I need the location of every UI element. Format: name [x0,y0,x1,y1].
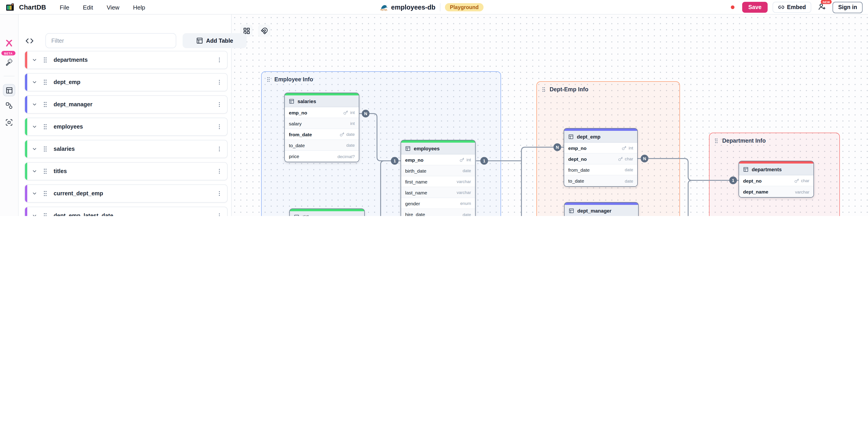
table-header[interactable]: salaries [285,95,359,107]
field-name: birth_date [405,168,426,173]
chevron-down-icon[interactable] [32,57,37,63]
table-menu-icon[interactable] [216,213,223,216]
field-type: date [346,143,355,148]
area-label: Department Info [722,137,766,144]
field-type: varchar [457,190,471,195]
field-row[interactable]: to_datedate [564,175,637,186]
table-list-item-titles[interactable]: titles [25,162,227,180]
diagram-table-departments[interactable]: departments dept_nochar dept_namevarchar [739,161,814,197]
field-type: decimal? [338,154,355,159]
field-name: to_date [568,178,584,184]
table-header[interactable]: dept_manager [565,205,638,216]
table-color-stripe [285,93,359,95]
drag-handle-icon[interactable] [43,100,48,109]
table-menu-icon[interactable] [216,101,223,107]
table-list-item-departments[interactable]: departments [25,51,227,69]
field-row[interactable]: from_datedate [564,164,637,175]
embed-button[interactable]: Embed [772,2,811,13]
magic-wand-icon[interactable] [5,58,13,66]
menu-edit[interactable]: Edit [83,4,93,11]
field-row[interactable]: dept_namevarchar [739,186,813,197]
table-menu-icon[interactable] [216,57,223,63]
table-color-bar [25,141,27,158]
field-row[interactable]: hire_datedate [401,209,475,216]
field-type: date [463,168,471,173]
area-drag-handle-icon[interactable] [266,76,271,83]
diagram-table-titles[interactable]: titles emp_noint titlevarchar from_dated… [289,209,365,216]
field-row[interactable]: genderenum [401,198,475,209]
menu-help[interactable]: Help [133,4,145,11]
database-name: employees-db [391,4,435,11]
save-button[interactable]: Save [742,2,767,13]
sign-in-button[interactable]: Sign in [833,2,863,13]
table-list-item-salaries[interactable]: salaries [25,140,227,158]
tables-panel-icon[interactable] [3,84,15,96]
area-drag-handle-icon[interactable] [714,137,719,145]
drag-handle-icon[interactable] [43,167,48,175]
relationships-panel-icon[interactable] [5,102,13,110]
drag-handle-icon[interactable] [43,56,48,64]
pink-logo-icon[interactable] [5,39,13,47]
chevron-down-icon[interactable] [32,191,37,196]
area-drag-handle-icon[interactable] [541,86,546,93]
drag-handle-icon[interactable] [43,78,48,86]
chevron-down-icon[interactable] [32,102,37,107]
table-list-item-dept-emp[interactable]: dept_emp [25,73,227,91]
drag-handle-icon[interactable] [43,189,48,197]
field-row[interactable]: to_datedate [285,140,359,151]
table-list-name: dept_emp_latest_date [54,213,113,216]
table-header[interactable]: departments [739,163,813,175]
table-list-item-current-dept-emp[interactable]: current_dept_emp [25,184,227,203]
field-name: from_date [568,167,590,173]
field-name: salary [289,121,302,126]
field-type: enum [460,201,471,206]
field-row[interactable]: dept_nochar [564,154,637,164]
diagram-table-salaries[interactable]: salaries emp_noint salaryint from_dateda… [284,93,359,162]
menu-file[interactable]: File [60,4,69,11]
areas-panel-icon[interactable] [5,119,13,126]
chevron-down-icon[interactable] [32,213,37,216]
diagram-table-dept-emp[interactable]: dept_emp emp_noint dept_nochar from_date… [564,128,638,187]
invite-user-button[interactable]: NEW [816,2,828,13]
field-row[interactable]: birth_datedate [401,165,475,176]
table-menu-icon[interactable] [216,146,223,152]
chevron-down-icon[interactable] [32,124,37,129]
field-row[interactable]: dept_nochar [739,175,813,186]
table-list-name: departments [54,57,88,63]
field-row[interactable]: from_datedate [285,129,359,140]
field-type: int [466,157,471,162]
chevron-down-icon[interactable] [32,146,37,152]
table-list-item-dept-manager[interactable]: dept_manager [25,95,227,114]
drag-handle-icon[interactable] [43,212,48,216]
code-view-toggle-icon[interactable] [25,37,34,45]
field-row[interactable]: emp_noint [564,143,637,154]
field-row[interactable]: pricedecimal? [285,151,359,162]
diagram-table-dept-manager[interactable]: dept_manager emp_noint dept_nochar from_… [564,202,639,216]
chevron-down-icon[interactable] [32,80,37,85]
table-header[interactable]: employees [401,143,475,154]
table-menu-icon[interactable] [216,168,223,175]
field-row[interactable]: first_namevarchar [401,176,475,187]
field-type: date [346,132,355,137]
table-list-name: dept_emp [54,79,81,85]
chevron-down-icon[interactable] [32,168,37,174]
snap-magnet-icon[interactable] [258,25,270,37]
field-row[interactable]: emp_noint [285,107,359,118]
menu-view[interactable]: View [107,4,120,11]
drag-handle-icon[interactable] [43,123,48,131]
table-list-item-employees[interactable]: employees [25,118,227,136]
field-row[interactable]: emp_noint [401,154,475,165]
table-menu-icon[interactable] [216,190,223,197]
diagram-table-employees[interactable]: employees emp_noint birth_datedate first… [401,140,475,216]
database-title[interactable]: MySQL employees-db [380,4,435,11]
table-menu-icon[interactable] [216,79,223,85]
table-header[interactable]: titles [290,211,364,216]
drag-handle-icon[interactable] [43,145,48,153]
filter-input[interactable] [45,33,176,48]
table-menu-icon[interactable] [216,124,223,130]
add-table-button[interactable]: Add Table [183,33,247,48]
table-header[interactable]: dept_emp [564,131,637,143]
table-list-item-dept-emp-latest-date[interactable]: dept_emp_latest_date [25,207,227,216]
field-row[interactable]: last_namevarchar [401,187,475,198]
field-row[interactable]: salaryint [285,118,359,129]
